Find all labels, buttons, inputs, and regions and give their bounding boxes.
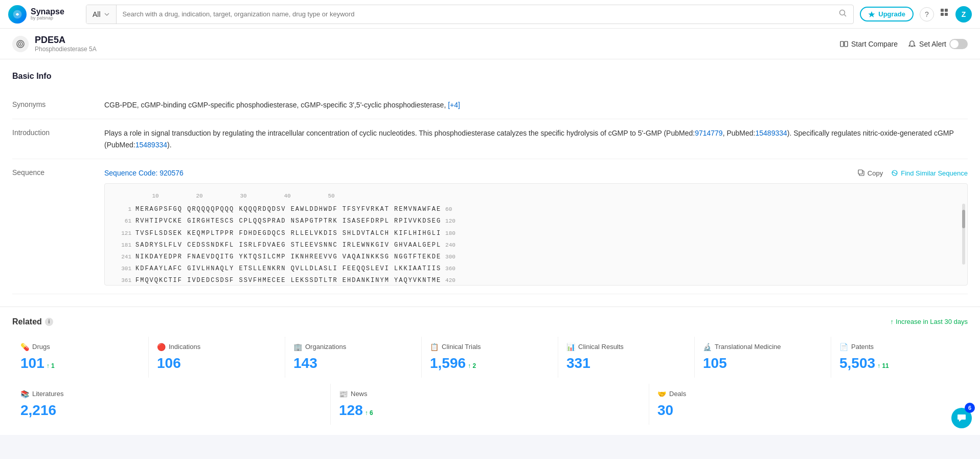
stat-label-text: Literatures	[32, 390, 63, 398]
sequence-line: 361FMQVQKCTIF IVDEDCSDSF SSVFHMECEE LEKS…	[113, 276, 959, 285]
upgrade-button[interactable]: Upgrade	[860, 7, 914, 21]
basic-info-title: Basic Info	[12, 72, 968, 81]
pubmed2-link[interactable]: 15489334	[756, 129, 787, 137]
user-avatar[interactable]: Z	[955, 6, 972, 23]
stat-label-text: Clinical Trials	[442, 343, 481, 351]
copy-label: Copy	[868, 169, 883, 177]
sequence-scrollbar[interactable]	[962, 204, 965, 265]
sequence-lines: 1MERAGPSFGQ QRQQQQPQQQ KQQQRDQDSV EAWLDD…	[113, 205, 959, 285]
stat-icon: 🔬	[703, 343, 712, 351]
svg-rect-4	[941, 9, 944, 12]
brand-name: Synapse	[31, 7, 64, 16]
search-container: All	[86, 5, 854, 24]
set-alert-button[interactable]: Set Alert	[908, 39, 968, 49]
stat-label-text: Drugs	[32, 343, 50, 351]
help-button[interactable]: ?	[920, 7, 934, 21]
search-button[interactable]	[833, 9, 853, 19]
find-similar-button[interactable]: Find Similar Sequence	[891, 169, 968, 177]
start-compare-button[interactable]: Start Compare	[840, 40, 898, 48]
stat-increase: ↑ 2	[468, 362, 476, 369]
stat-value[interactable]: 101↑ 1	[20, 355, 140, 371]
logo-text: Synapse by patsnap	[31, 7, 64, 21]
sequence-box: 10 20 30 40 50 1MERAGPSFGQ QRQQQQPQQQ KQ…	[104, 183, 968, 286]
stat-increase: ↑ 1	[47, 362, 55, 369]
search-input[interactable]	[117, 5, 833, 24]
synonyms-value: CGB-PDE, cGMP-binding cGMP-specific phos…	[104, 99, 968, 111]
seq-line-number: 241	[113, 253, 131, 262]
compare-icon	[840, 40, 848, 48]
related-header: Related i ↑ Increase in Last 30 days	[12, 317, 968, 326]
stat-value[interactable]: 331	[566, 355, 686, 371]
increase-label: ↑ Increase in Last 30 days	[891, 318, 968, 325]
stat-value[interactable]: 30	[657, 402, 960, 419]
svg-point-10	[20, 43, 21, 45]
seq-line-number: 181	[113, 241, 131, 250]
seq-line-text: TVSFLSDSEK KEQMPLTPPR FDHDEGDQCS RLLELVK…	[135, 229, 441, 238]
toggle-slider	[949, 39, 968, 49]
stat-value[interactable]: 1,596↑ 2	[430, 355, 550, 371]
sequence-code-link[interactable]: Sequence Code: 920576	[104, 167, 184, 179]
stat-label-text: Clinical Results	[578, 343, 624, 351]
stats-grid-2: 📚 Literatures 2,216 📰 News 128↑ 6 🤝 Deal…	[12, 384, 968, 425]
pubmed1-link[interactable]: 9714779	[695, 129, 723, 137]
stat-value[interactable]: 106	[157, 355, 277, 371]
stat-item: 💊 Drugs 101↑ 1	[12, 337, 149, 378]
grid-icon	[940, 8, 949, 17]
ruler-50: 50	[309, 192, 353, 201]
synonyms-text: CGB-PDE, cGMP-binding cGMP-specific phos…	[104, 101, 446, 109]
copy-icon	[858, 169, 865, 177]
chat-icon	[956, 413, 967, 423]
stat-value[interactable]: 128↑ 6	[339, 402, 641, 419]
seq-line-text: MERAGPSFGQ QRQQQQPQQQ KQQQRDQDSV EAWLDDH…	[135, 205, 441, 214]
svg-rect-12	[845, 41, 848, 47]
stat-icon: 🏢	[293, 343, 302, 351]
stat-icon: 📋	[430, 343, 439, 351]
intro-text-4: ).	[167, 141, 172, 149]
main-header: Synapse by patsnap All Upgrade ? Z	[0, 0, 980, 29]
related-title: Related i	[12, 317, 53, 326]
search-filter-dropdown[interactable]: All	[86, 5, 117, 24]
intro-text-2: , PubMed:	[723, 129, 756, 137]
stat-value[interactable]: 5,503↑ 11	[839, 355, 960, 371]
synonyms-more-link[interactable]: [+4]	[448, 101, 460, 109]
star-icon	[868, 11, 875, 18]
svg-marker-3	[869, 11, 875, 17]
apps-button[interactable]	[940, 8, 949, 20]
find-similar-label: Find Similar Sequence	[901, 169, 968, 177]
start-compare-label: Start Compare	[851, 40, 898, 48]
target-name: PDE5A	[35, 35, 97, 46]
stat-value[interactable]: 2,216	[20, 402, 322, 419]
stat-value[interactable]: 105	[703, 355, 823, 371]
ruler-30: 30	[221, 192, 265, 201]
seq-line-number: 361	[113, 276, 131, 285]
svg-rect-7	[945, 13, 948, 16]
stat-label: 🔴 Indications	[157, 343, 277, 351]
stat-label: 📋 Clinical Trials	[430, 343, 550, 351]
seq-line-text: FMQVQKCTIF IVDEDCSDSF SSVFHMECEE LEKSSDT…	[135, 276, 441, 285]
ruler-40: 40	[265, 192, 309, 201]
stat-label: 🤝 Deals	[657, 390, 960, 398]
stat-item: 📚 Literatures 2,216	[12, 384, 331, 425]
copy-button[interactable]: Copy	[858, 169, 883, 177]
sequence-line: 1MERAGPSFGQ QRQQQQPQQQ KQQQRDQDSV EAWLDD…	[113, 205, 959, 214]
stat-item: 📊 Clinical Results 331	[558, 337, 695, 378]
svg-rect-14	[858, 170, 862, 174]
alert-toggle[interactable]	[949, 39, 968, 49]
introduction-row: Introduction Plays a role in signal tran…	[12, 119, 968, 159]
stat-value[interactable]: 143	[293, 355, 413, 371]
svg-point-1	[840, 10, 845, 15]
seq-line-text: NIKDAYEDPR FNAEVDQITG YKTQSILCMP IKNHREE…	[135, 252, 441, 262]
pubmed3-link[interactable]: 15489334	[135, 141, 167, 149]
search-icon	[839, 9, 847, 17]
logo-icon	[8, 5, 27, 24]
seq-line-number: 301	[113, 265, 131, 274]
intro-text-1: Plays a role in signal transduction by r…	[104, 129, 695, 137]
sequence-line: 301KDFAAYLAFC GIVLHNAQLY ETSLLENKRN QVLL…	[113, 264, 959, 274]
target-circle-icon	[16, 39, 25, 49]
scrollbar-thumb[interactable]	[962, 210, 965, 228]
related-info-icon[interactable]: i	[45, 318, 53, 326]
stat-increase: ↑ 11	[877, 362, 889, 369]
seq-line-end: 420	[445, 276, 455, 285]
increase-label-text: Increase in Last 30 days	[896, 318, 968, 325]
seq-line-text: SADRYSLFLV CEDSSNDKFL ISRLFDVAEG STLEEVS…	[135, 241, 441, 250]
